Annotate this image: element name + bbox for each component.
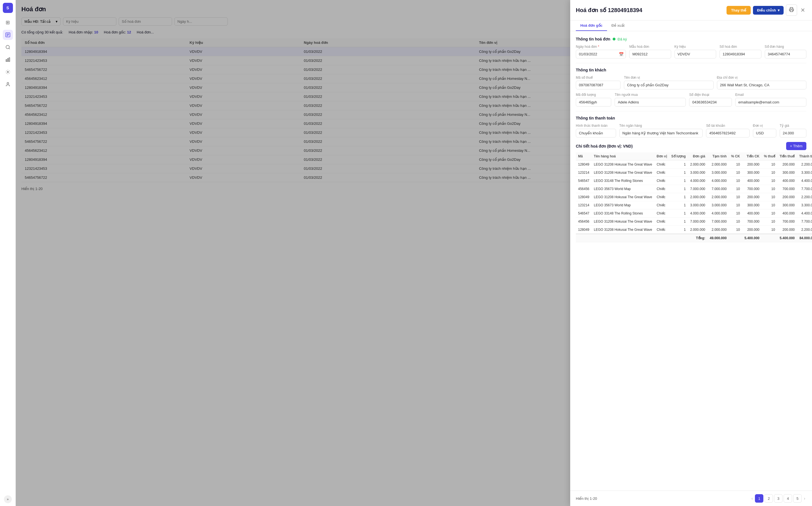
hinh-thuc-select[interactable]: Chuyển khoản	[576, 129, 616, 138]
detail-dv: Chiếc	[655, 161, 669, 169]
detail-row[interactable]: 128049 LEGO 31208 Hokusai The Great Wave…	[576, 161, 812, 169]
ma-doi-tuong-input[interactable]	[576, 98, 611, 106]
detail-pct-ck: 10	[729, 218, 742, 226]
detail-tien-thue: 200.000	[778, 193, 797, 201]
detail-pct-thue: 10	[762, 177, 778, 185]
detail-pct-ck: 10	[729, 177, 742, 185]
sidebar-item-settings[interactable]	[3, 67, 13, 77]
sidebar-item-search[interactable]	[3, 42, 13, 52]
detail-dv: Chiếc	[655, 218, 669, 226]
detail-row[interactable]: 128049 LEGO 31208 Hokusai The Great Wave…	[576, 193, 812, 201]
customer-section-title: Thông tin khách	[576, 68, 806, 72]
replace-button[interactable]: Thay thế	[727, 6, 751, 15]
ky-hieu-input-modal[interactable]	[674, 50, 716, 59]
page-5-btn[interactable]: 5	[793, 494, 802, 503]
detail-ma: 546547	[576, 209, 591, 218]
ma-so-thue-input[interactable]	[576, 81, 621, 89]
detail-row[interactable]: 546547 LEGO 33148 The Rolling Stones Chi…	[576, 177, 812, 185]
dia-chi-input[interactable]	[717, 81, 806, 89]
total-label: Tổng:	[576, 234, 708, 242]
detail-tam-tinh: 4.000.000	[708, 177, 729, 185]
detail-ten: LEGO 33148 The Rolling Stones	[591, 209, 654, 218]
detail-pct-thue: 10	[762, 161, 778, 169]
invoice-info-section-title: Thông tin hoá đơn Đã ký	[576, 37, 806, 41]
sidebar-item-home[interactable]: ⊞	[3, 17, 13, 27]
detail-tien-ck: 400.000	[742, 177, 762, 185]
detail-row[interactable]: 128049 LEGO 31208 Hokusai The Great Wave…	[576, 226, 812, 234]
detail-sl: 1	[669, 201, 688, 209]
sidebar: S ⊞ »	[0, 0, 16, 506]
detail-pct-thue: 10	[762, 185, 778, 193]
detail-don-gia: 4.000.000	[688, 209, 708, 218]
col-ma: Mã	[576, 152, 591, 161]
detail-tien-thue: 400.000	[778, 209, 797, 218]
detail-tam-tinh: 2.000.000	[708, 226, 729, 234]
don-vi-field: Đơn vị USD	[753, 124, 776, 138]
calendar-icon: 📅	[619, 52, 624, 57]
ty-gia-input[interactable]	[780, 129, 806, 138]
add-row-button[interactable]: + Thêm	[786, 142, 806, 150]
detail-sl: 1	[669, 218, 688, 226]
sidebar-item-chart[interactable]	[3, 55, 13, 65]
sidebar-expand-btn[interactable]: »	[4, 495, 12, 503]
ngay-hoa-don-input[interactable]	[576, 50, 626, 59]
so-dien-thoai-field: Số điện thoại	[689, 93, 732, 106]
detail-thanh-tien: 7.700.000	[797, 185, 812, 193]
detail-don-gia: 3.000.000	[688, 169, 708, 177]
page-2-btn[interactable]: 2	[764, 494, 773, 503]
detail-tam-tinh: 4.000.000	[708, 209, 729, 218]
tab-hoa-don-goc[interactable]: Hoá đơn gốc	[576, 20, 607, 31]
don-vi-select[interactable]: USD	[753, 129, 776, 138]
so-dien-thoai-input[interactable]	[689, 98, 732, 106]
modal-body: Thông tin hoá đơn Đã ký Ngày hoá đơn * 📅…	[570, 31, 812, 491]
detail-dv: Chiếc	[655, 226, 669, 234]
detail-tien-thue: 300.000	[778, 169, 797, 177]
status-dot	[613, 38, 616, 40]
page-4-btn[interactable]: 4	[784, 494, 792, 503]
adjust-button[interactable]: Điều chỉnh ▾	[753, 6, 784, 15]
detail-row[interactable]: 546547 LEGO 33148 The Rolling Stones Chi…	[576, 209, 812, 218]
detail-row[interactable]: 123214 LEGO 35673 World Map Chiếc 1 3.00…	[576, 201, 812, 209]
footer-page-info: Hiển thị 1-20	[576, 496, 597, 501]
print-button[interactable]	[786, 4, 797, 16]
detail-row[interactable]: 456456 LEGO 31208 Hokusai The Great Wave…	[576, 218, 812, 226]
detail-pct-ck: 10	[729, 169, 742, 177]
detail-pct-ck: 10	[729, 226, 742, 234]
detail-tien-ck: 200.000	[742, 193, 762, 201]
close-button[interactable]: ✕	[799, 6, 806, 15]
total-thanh-tien: 84.000.000	[797, 234, 812, 242]
page-1-btn[interactable]: 1	[755, 494, 763, 503]
so-tai-khoan-input[interactable]	[706, 129, 749, 138]
detail-pct-ck: 10	[729, 185, 742, 193]
tab-de-xuat[interactable]: Đề xuất	[607, 20, 629, 31]
sidebar-item-user[interactable]	[3, 79, 13, 89]
modal-footer: Hiển thị 1-20 ‹ 1 2 3 4 5 ›	[570, 491, 812, 506]
detail-ten: LEGO 31208 Hokusai The Great Wave	[591, 226, 654, 234]
detail-tam-tinh: 7.000.000	[708, 218, 729, 226]
col-dv: Đơn vị	[655, 152, 669, 161]
so-hoa-don-input-modal[interactable]	[720, 50, 761, 59]
ngay-hoa-don-field: Ngày hoá đơn * 📅	[576, 45, 626, 59]
so-don-hang-input[interactable]	[765, 50, 806, 59]
detail-tien-ck: 200.000	[742, 226, 762, 234]
sidebar-item-invoice[interactable]	[3, 30, 13, 40]
col-tam-tinh: Tạm tính	[708, 152, 729, 161]
detail-row[interactable]: 456456 LEGO 35673 World Map Chiếc 1 7.00…	[576, 185, 812, 193]
page-3-btn[interactable]: 3	[774, 494, 783, 503]
mau-hoa-don-input[interactable]	[629, 50, 671, 59]
ten-don-vi-input[interactable]	[624, 81, 713, 89]
next-page-btn[interactable]: ›	[803, 495, 806, 502]
detail-row[interactable]: 123214 LEGO 31208 Hokusai The Great Wave…	[576, 169, 812, 177]
email-input[interactable]	[735, 98, 806, 106]
prev-page-btn[interactable]: ‹	[750, 495, 754, 502]
col-thanh-tien: Thành tiền	[797, 152, 812, 161]
detail-tien-thue: 700.000	[778, 218, 797, 226]
detail-ma: 456456	[576, 185, 591, 193]
modal-title: Hoá đơn số 12804918394	[576, 7, 642, 13]
detail-dv: Chiếc	[655, 209, 669, 218]
ten-nguoi-mua-input[interactable]	[615, 98, 686, 106]
detail-tam-tinh: 2.000.000	[708, 193, 729, 201]
ngan-hang-input[interactable]	[620, 129, 703, 138]
detail-tam-tinh: 7.000.000	[708, 185, 729, 193]
customer-row2: Mã đối tượng Tên người mua Số điện thoại…	[576, 93, 806, 106]
